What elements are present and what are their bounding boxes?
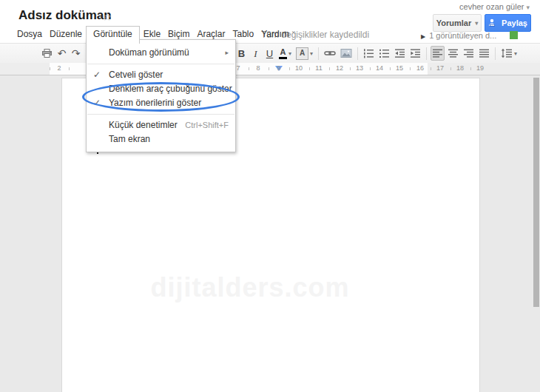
expand-arrow-icon: ▶ xyxy=(421,33,425,40)
ruler-tick xyxy=(350,67,351,70)
line-spacing-icon xyxy=(501,48,513,58)
menubar-item[interactable]: Tablo xyxy=(229,27,257,44)
bulleted-list-icon xyxy=(379,48,390,58)
toolbar-separator xyxy=(318,47,319,60)
menu-item[interactable]: Denklem araç çubuğunu göster xyxy=(87,82,235,96)
ruler-tick xyxy=(329,67,330,70)
italic-button[interactable]: I xyxy=(249,46,262,61)
viewers-label: 1 görüntüleyen d... xyxy=(429,31,496,40)
menu-item[interactable]: Doküman görünümü▸ xyxy=(87,46,235,60)
watermark: dijitalders.com xyxy=(150,272,349,303)
numbered-list-icon xyxy=(363,48,374,58)
toolbar-separator xyxy=(495,47,496,60)
decrease-indent-button[interactable] xyxy=(393,46,407,61)
redo-icon: ↷ xyxy=(72,48,81,58)
menubar-item[interactable]: Biçim xyxy=(164,27,193,44)
print-button[interactable] xyxy=(40,46,54,61)
ruler-tick xyxy=(50,67,50,70)
ruler-tick xyxy=(269,67,269,70)
chevron-down-icon: ▾ xyxy=(514,50,517,57)
menu-item[interactable]: Tam ekran xyxy=(87,132,235,146)
share-button[interactable]: Paylaş xyxy=(485,14,531,32)
check-icon: ✓ xyxy=(93,96,101,110)
account-menu[interactable]: cevher ozan güler▾ xyxy=(459,2,530,11)
bulleted-list-button[interactable] xyxy=(377,46,391,61)
viewers-status[interactable]: ▶1 görüntüleyen d... xyxy=(421,31,496,40)
insert-image-button[interactable] xyxy=(339,46,354,61)
ruler-number: 18 xyxy=(456,64,464,72)
print-icon xyxy=(41,48,53,58)
align-right-button[interactable] xyxy=(462,46,476,61)
document-title[interactable]: Adsız doküman xyxy=(18,8,112,23)
ruler-number: 8 xyxy=(256,64,260,72)
ruler-number: 12 xyxy=(336,64,343,72)
menubar-item[interactable]: Düzenle xyxy=(46,27,86,44)
text-color-button[interactable]: A▾ xyxy=(277,46,293,61)
google-docs-window: cevher ozan güler▾ Adsız doküman ☆ Yorum… xyxy=(0,0,540,392)
align-left-icon xyxy=(432,48,443,58)
align-justify-icon xyxy=(479,48,490,58)
ruler-number: 9 xyxy=(277,64,280,72)
menu-item[interactable]: Ctrl+Shift+FKüçük denetimler xyxy=(87,118,235,132)
line-spacing-button[interactable]: ▾ xyxy=(499,46,519,61)
underline-button[interactable]: U xyxy=(263,46,276,61)
ruler-tick xyxy=(410,67,411,70)
menu-shortcut: Ctrl+Shift+F xyxy=(185,118,229,132)
comments-label: Yorumlar xyxy=(436,18,471,27)
chevron-down-icon: ▾ xyxy=(526,4,530,11)
undo-button[interactable]: ↶ xyxy=(55,46,68,61)
ruler-number: 19 xyxy=(476,64,484,72)
undo-icon: ↶ xyxy=(58,48,67,58)
align-center-button[interactable] xyxy=(446,46,460,61)
ruler-number: 16 xyxy=(416,64,424,72)
menu-item-label: Cetveli göster xyxy=(109,70,163,80)
text-color-icon: A xyxy=(279,48,287,59)
toolbar-separator xyxy=(426,47,427,60)
menubar-item[interactable]: Ekle xyxy=(140,27,164,44)
chevron-down-icon: ▾ xyxy=(310,50,313,57)
insert-image-icon xyxy=(340,48,352,58)
menubar-item[interactable]: Yardım xyxy=(257,27,293,44)
menu-item-label: Denklem araç çubuğunu göster xyxy=(109,84,232,94)
comments-button[interactable]: Yorumlar ▾ xyxy=(433,14,482,32)
star-icon[interactable]: ☆ xyxy=(102,10,112,24)
insert-link-button[interactable] xyxy=(323,46,337,61)
increase-indent-button[interactable] xyxy=(408,46,422,61)
menubar-item[interactable]: Görüntüle xyxy=(86,26,140,44)
menu-separator xyxy=(87,64,234,64)
ruler-number: 15 xyxy=(396,64,403,72)
ruler-number: 10 xyxy=(295,64,303,72)
ruler-tick xyxy=(69,67,70,70)
increase-indent-icon xyxy=(410,48,421,58)
decrease-indent-icon xyxy=(394,48,405,58)
document-canvas: dijitalders.com xyxy=(0,75,540,392)
menu-item[interactable]: ✓Yazım önerilerini göster xyxy=(87,96,235,110)
menu-item-label: Doküman görünümü xyxy=(109,47,189,58)
ruler-number: 11 xyxy=(315,64,322,72)
ruler-tick xyxy=(289,67,290,70)
ruler[interactable]: 278910111213141516171819 xyxy=(0,63,540,75)
ruler-tick xyxy=(370,67,371,70)
redo-button[interactable]: ↷ xyxy=(70,46,82,61)
ruler-tick xyxy=(431,67,431,70)
view-menu: Doküman görünümü▸✓Cetveli gösterDenklem … xyxy=(86,39,236,152)
align-justify-button[interactable] xyxy=(477,46,491,61)
menubar-item[interactable]: Araçlar xyxy=(193,27,229,44)
highlight-color-icon: A xyxy=(296,47,308,60)
menu-separator xyxy=(87,114,234,115)
highlight-color-button[interactable]: A▾ xyxy=(294,46,314,61)
menubar-item[interactable]: Dosya xyxy=(13,27,46,44)
chevron-down-icon: ▾ xyxy=(288,50,291,57)
submenu-arrow-icon: ▸ xyxy=(225,46,229,60)
share-label: Paylaş xyxy=(502,18,527,27)
view-menu-items: Doküman görünümü▸✓Cetveli gösterDenklem … xyxy=(87,46,235,146)
align-left-button[interactable] xyxy=(431,46,445,61)
menu-item-label: Yazım önerilerini göster xyxy=(109,98,201,108)
share-person-icon xyxy=(488,18,498,27)
ruler-number: 13 xyxy=(356,64,363,72)
underline-icon: U xyxy=(266,49,273,58)
menu-item[interactable]: ✓Cetveli göster xyxy=(87,68,235,82)
vertical-scrollbar[interactable] xyxy=(533,78,539,307)
numbered-list-button[interactable] xyxy=(362,46,376,61)
bold-button[interactable]: B xyxy=(235,46,248,61)
